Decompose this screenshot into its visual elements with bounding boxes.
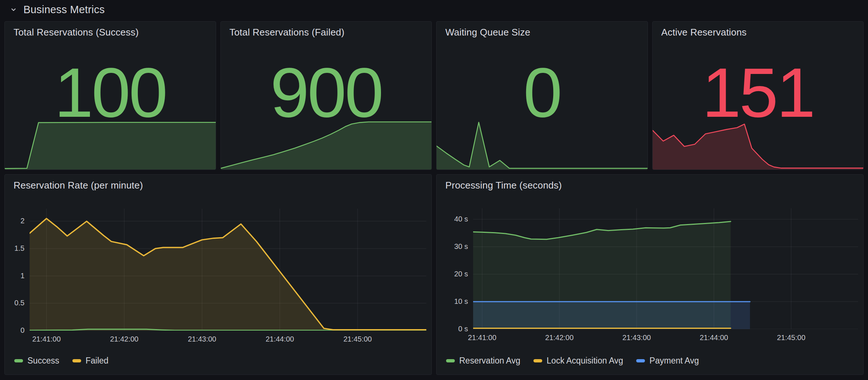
legend-item-payment-avg[interactable]: Payment Avg xyxy=(636,356,699,366)
x-axis-tick-label: 21:44:00 xyxy=(688,334,740,342)
panel-title[interactable]: Reservation Rate (per minute) xyxy=(14,180,143,191)
y-axis-tick-label: 1.5 xyxy=(5,244,24,253)
legend-color-payment-avg xyxy=(636,359,645,362)
legend-label: Failed xyxy=(86,356,109,366)
panel-title[interactable]: Processing Time (seconds) xyxy=(445,180,562,191)
panel-processing-time: Processing Time (seconds) Reservation Av… xyxy=(436,174,864,375)
x-axis-tick-label: 21:42:00 xyxy=(534,334,585,342)
legend-label: Success xyxy=(27,356,59,366)
charts-row: Reservation Rate (per minute) Success Fa… xyxy=(4,174,864,375)
panel-title[interactable]: Total Reservations (Failed) xyxy=(230,27,345,38)
legend-color-failed xyxy=(72,359,81,362)
x-axis-tick-label: 21:43:00 xyxy=(177,335,228,343)
panel-title[interactable]: Waiting Queue Size xyxy=(445,27,530,38)
x-axis-tick-label: 21:42:00 xyxy=(99,335,150,343)
y-axis-tick-label: 20 s xyxy=(437,270,468,278)
panel-total-reservations-failed: Total Reservations (Failed) 900 xyxy=(220,21,432,170)
panel-title[interactable]: Active Reservations xyxy=(661,27,747,38)
x-axis-tick-label: 21:44:00 xyxy=(254,335,305,343)
section-row-business-metrics[interactable]: Business Metrics xyxy=(0,0,868,19)
legend-label: Reservation Avg xyxy=(459,356,520,366)
y-axis-tick-label: 10 s xyxy=(437,297,468,306)
y-axis-tick-label: 40 s xyxy=(437,215,468,223)
stat-value: 0 xyxy=(437,57,648,128)
grafana-dashboard: Business Metrics Total Reservations (Suc… xyxy=(0,0,868,380)
x-axis-tick-label: 21:41:00 xyxy=(21,335,72,343)
panel-reservation-rate: Reservation Rate (per minute) Success Fa… xyxy=(4,174,432,375)
y-axis-tick-label: 0 xyxy=(5,326,24,335)
legend-item-lock-acquisition-avg[interactable]: Lock Acquisition Avg xyxy=(533,356,623,366)
y-axis-tick-label: 2 xyxy=(5,217,24,225)
timeseries-plot xyxy=(473,208,858,329)
y-axis-tick-label: 30 s xyxy=(437,242,468,251)
x-axis-tick-label: 21:43:00 xyxy=(611,334,662,342)
legend-item-success[interactable]: Success xyxy=(14,356,59,366)
stat-value: 151 xyxy=(653,57,864,128)
y-axis-tick-label: 1 xyxy=(5,272,24,280)
legend-color-reservation-avg xyxy=(446,359,455,362)
timeseries-plot xyxy=(30,209,426,331)
legend-label: Payment Avg xyxy=(649,356,699,366)
panel-title[interactable]: Total Reservations (Success) xyxy=(14,27,139,38)
x-axis-tick-label: 21:45:00 xyxy=(766,334,817,342)
legend-color-success xyxy=(14,359,23,362)
stats-row: Total Reservations (Success) 100 Total R… xyxy=(4,21,864,170)
panel-waiting-queue-size: Waiting Queue Size 0 xyxy=(436,21,648,170)
stat-value: 100 xyxy=(5,57,216,128)
legend-item-reservation-avg[interactable]: Reservation Avg xyxy=(446,356,520,366)
panel-active-reservations: Active Reservations 151 xyxy=(652,21,864,170)
panel-total-reservations-success: Total Reservations (Success) 100 xyxy=(4,21,216,170)
legend-label: Lock Acquisition Avg xyxy=(547,356,623,366)
stat-value: 900 xyxy=(221,57,432,128)
y-axis-tick-label: 0 s xyxy=(437,325,468,333)
y-axis-tick-label: 0.5 xyxy=(5,299,24,307)
x-axis-tick-label: 21:41:00 xyxy=(457,334,508,342)
legend-item-failed[interactable]: Failed xyxy=(72,356,109,366)
legend: Success Failed xyxy=(14,356,109,366)
x-axis-tick-label: 21:45:00 xyxy=(332,335,383,343)
legend: Reservation Avg Lock Acquisition Avg Pay… xyxy=(446,356,699,366)
section-title: Business Metrics xyxy=(23,4,105,16)
legend-color-lock-acquisition-avg xyxy=(533,359,542,362)
chevron-down-icon xyxy=(10,5,18,14)
